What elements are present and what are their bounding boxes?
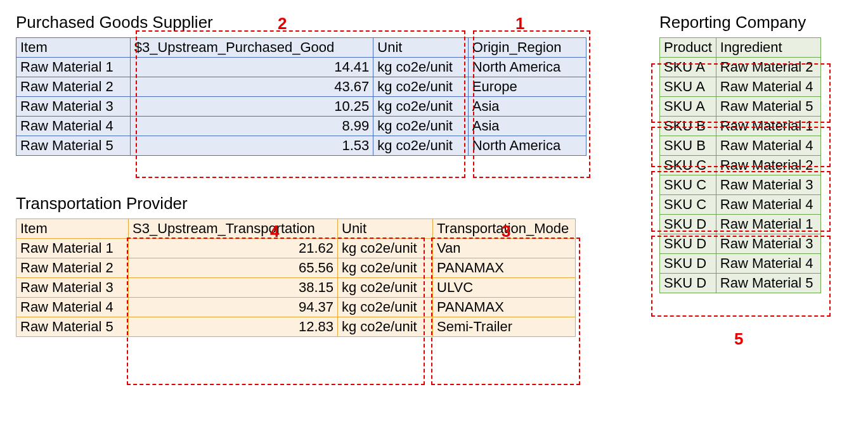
col-mode: Transportation_Mode [433, 219, 576, 239]
table-row: SKU DRaw Material 3 [660, 234, 821, 254]
table-header-row: Item S3_Upstream_Transportation Unit Tra… [16, 219, 576, 239]
table-row: SKU DRaw Material 5 [660, 274, 821, 293]
table-row: SKU CRaw Material 4 [660, 195, 821, 215]
col-upstream: $3_Upstream_Purchased_Good [130, 38, 373, 58]
col-unit: Unit [338, 219, 433, 239]
table-header-row: Item $3_Upstream_Purchased_Good Unit Ori… [16, 38, 586, 58]
table-row: SKU DRaw Material 1 [660, 215, 821, 234]
table-row: SKU ARaw Material 2 [660, 58, 821, 77]
annotation-label-5: 5 [734, 329, 743, 349]
table-row: SKU ARaw Material 5 [660, 97, 821, 117]
col-upstream: S3_Upstream_Transportation [129, 219, 338, 239]
purchased-title: Purchased Goods Supplier [16, 13, 586, 32]
table-row: Raw Material 243.67kg co2e/unitEurope [16, 77, 586, 97]
table-row: Raw Material 114.41kg co2e/unitNorth Ame… [16, 58, 586, 77]
transport-table: Item S3_Upstream_Transportation Unit Tra… [16, 219, 576, 337]
table-row: SKU BRaw Material 4 [660, 136, 821, 156]
col-ingredient: Ingredient [716, 38, 820, 58]
table-row: Raw Material 48.99kg co2e/unitAsia [16, 117, 586, 136]
col-unit: Unit [373, 38, 469, 58]
table-row: SKU ARaw Material 4 [660, 77, 821, 97]
reporting-title: Reporting Company [659, 13, 850, 32]
table-row: Raw Material 121.62kg co2e/unitVan [16, 239, 576, 258]
table-row: Raw Material 494.37kg co2e/unitPANAMAX [16, 298, 576, 317]
col-item: Item [16, 38, 131, 58]
table-header-row: Product Ingredient [660, 38, 821, 58]
col-origin: Origin_Region [468, 38, 586, 58]
table-row: SKU DRaw Material 4 [660, 254, 821, 274]
reporting-table: Product Ingredient SKU ARaw Material 2 S… [659, 37, 821, 293]
table-row: Raw Material 512.83kg co2e/unitSemi-Trai… [16, 317, 576, 337]
table-row: Raw Material 51.53kg co2e/unitNorth Amer… [16, 136, 586, 156]
table-row: SKU CRaw Material 3 [660, 175, 821, 195]
table-row: Raw Material 310.25kg co2e/unitAsia [16, 97, 586, 117]
table-row: Raw Material 338.15kg co2e/unitULVC [16, 278, 576, 298]
table-row: SKU BRaw Material 1 [660, 117, 821, 136]
purchased-table: Item $3_Upstream_Purchased_Good Unit Ori… [16, 37, 586, 156]
transport-title: Transportation Provider [16, 194, 586, 213]
col-item: Item [16, 219, 129, 239]
col-product: Product [660, 38, 716, 58]
table-row: Raw Material 265.56kg co2e/unitPANAMAX [16, 258, 576, 278]
table-row: SKU CRaw Material 2 [660, 156, 821, 175]
